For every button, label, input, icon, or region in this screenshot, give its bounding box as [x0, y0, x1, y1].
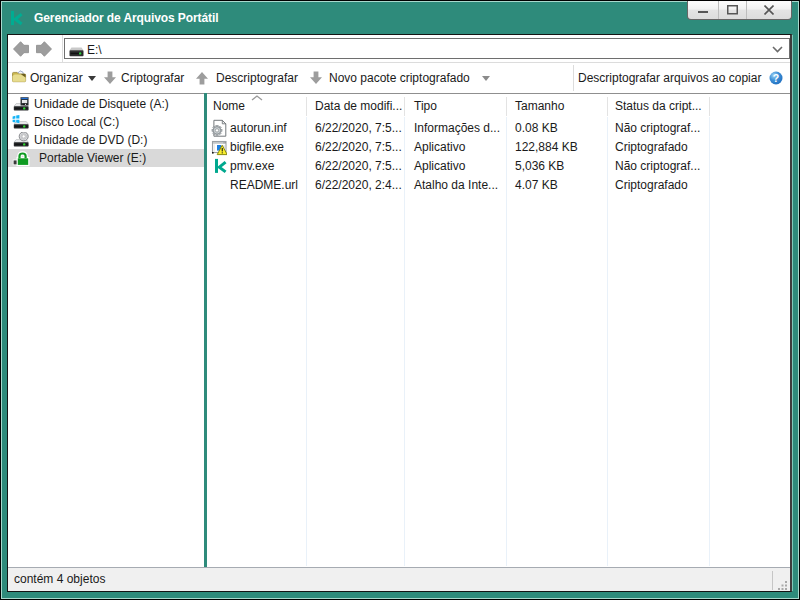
svg-text:?: ? — [773, 72, 779, 84]
